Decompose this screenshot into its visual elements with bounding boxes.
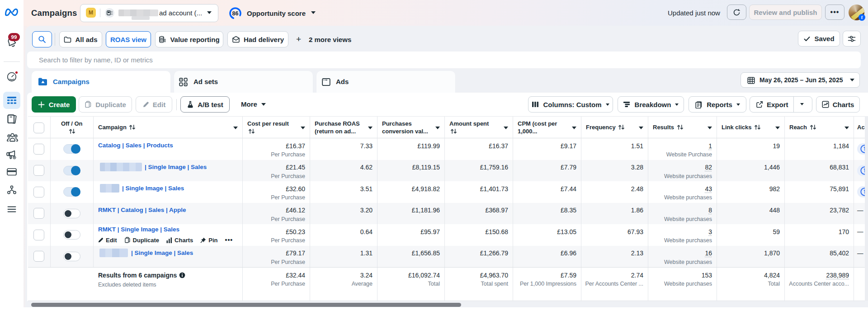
svg-text:86: 86 (232, 10, 239, 17)
